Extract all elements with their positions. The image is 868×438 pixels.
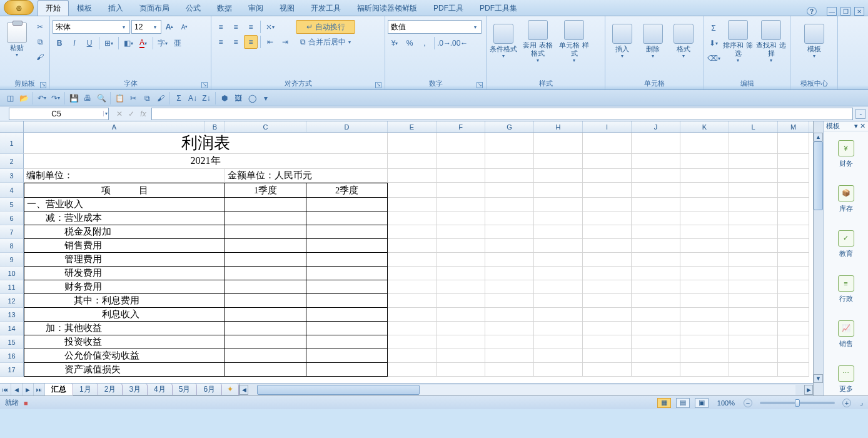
cell[interactable] xyxy=(485,154,534,169)
header-q1[interactable]: 1季度 xyxy=(225,183,306,198)
cell[interactable] xyxy=(729,225,778,239)
restore-button[interactable]: ❐ xyxy=(840,7,850,16)
accounting-format-button[interactable]: ¥▾ xyxy=(388,36,401,50)
cell[interactable] xyxy=(729,169,778,183)
sheet-tab-summary[interactable]: 汇总 xyxy=(45,384,73,395)
vscroll-up[interactable]: ▲ xyxy=(814,133,823,141)
qat-open[interactable]: 📂 xyxy=(18,92,30,104)
cell[interactable] xyxy=(534,198,583,211)
q1-cell[interactable] xyxy=(225,308,306,322)
template-category-education[interactable]: ✓教育 xyxy=(824,222,868,267)
cell[interactable] xyxy=(729,198,778,211)
row-header[interactable]: 12 xyxy=(0,294,24,308)
tab-foxit[interactable]: 福昕阅读器领鲜版 xyxy=(349,0,425,16)
row-header[interactable]: 13 xyxy=(0,308,24,322)
align-middle-button[interactable]: ≡ xyxy=(229,20,243,34)
item-cell[interactable]: 投资收益 xyxy=(24,335,225,349)
cell[interactable] xyxy=(388,294,437,308)
cell[interactable] xyxy=(729,211,778,225)
row-header[interactable]: 9 xyxy=(0,253,24,267)
cell[interactable] xyxy=(388,280,437,294)
increase-indent-button[interactable]: ⇥ xyxy=(278,35,292,49)
template-category-more[interactable]: ⋯更多 xyxy=(824,357,868,402)
q2-cell[interactable] xyxy=(306,308,388,322)
new-sheet-button[interactable]: ✦ xyxy=(222,384,239,395)
q1-cell[interactable] xyxy=(225,294,306,308)
cell[interactable] xyxy=(437,349,485,363)
cell[interactable] xyxy=(729,267,778,280)
asian-layout-button[interactable]: 亜 xyxy=(171,36,184,50)
qat-new[interactable]: ◫ xyxy=(4,92,16,104)
cell[interactable] xyxy=(729,335,778,349)
cell[interactable] xyxy=(534,363,583,377)
align-center-button[interactable]: ≡ xyxy=(229,35,243,49)
cell[interactable] xyxy=(680,133,729,154)
cell[interactable] xyxy=(485,211,534,225)
cell[interactable] xyxy=(534,335,583,349)
cell[interactable] xyxy=(388,322,437,335)
zoom-level[interactable]: 100% xyxy=(717,399,735,407)
cell[interactable] xyxy=(437,253,485,267)
phonetic-button[interactable]: 字▾ xyxy=(156,36,169,50)
delete-cells-button[interactable]: 删除▾ xyxy=(638,19,667,64)
cell[interactable] xyxy=(778,308,809,322)
cell[interactable] xyxy=(388,267,437,280)
cell[interactable] xyxy=(680,294,729,308)
qat-preview[interactable]: 🔍 xyxy=(95,92,108,104)
number-launcher[interactable]: ↘ xyxy=(477,82,483,88)
q2-cell[interactable] xyxy=(306,211,388,225)
tab-review[interactable]: 审阅 xyxy=(240,0,271,16)
item-cell[interactable]: 资产减值损失 xyxy=(24,363,225,377)
formula-input[interactable] xyxy=(151,108,853,120)
format-painter-button[interactable]: 🖌 xyxy=(33,50,47,64)
cell[interactable] xyxy=(437,335,485,349)
row-header[interactable]: 6 xyxy=(0,211,24,225)
cell[interactable] xyxy=(632,335,680,349)
namebox-dropdown[interactable]: ▾ xyxy=(103,111,108,116)
cell[interactable] xyxy=(534,183,583,198)
cell[interactable] xyxy=(778,294,809,308)
cell[interactable] xyxy=(534,225,583,239)
cancel-formula-icon[interactable]: ✕ xyxy=(114,108,125,120)
expand-formula-bar[interactable]: ⌄ xyxy=(855,109,865,119)
row-header[interactable]: 5 xyxy=(0,198,24,211)
sheet-nav-prev[interactable]: ◀ xyxy=(11,384,23,395)
template-category-finance[interactable]: ¥财务 xyxy=(824,131,868,176)
paste-button[interactable]: 粘贴 ▾ xyxy=(3,18,31,63)
item-cell[interactable]: 利息收入 xyxy=(24,308,225,322)
qat-cut[interactable]: ✂ xyxy=(127,92,139,104)
cell[interactable] xyxy=(534,133,583,154)
percent-format-button[interactable]: % xyxy=(403,36,416,50)
tab-data[interactable]: 数据 xyxy=(209,0,240,16)
row-header[interactable]: 11 xyxy=(0,280,24,294)
cell[interactable] xyxy=(632,225,680,239)
q1-cell[interactable] xyxy=(225,239,306,253)
row-header[interactable]: 4 xyxy=(0,183,24,198)
cell[interactable] xyxy=(583,225,632,239)
q1-cell[interactable] xyxy=(225,280,306,294)
cell[interactable] xyxy=(485,198,534,211)
view-pagebreak-button[interactable]: ▣ xyxy=(695,398,709,408)
cell[interactable] xyxy=(778,198,809,211)
cell[interactable] xyxy=(632,308,680,322)
q1-cell[interactable] xyxy=(225,267,306,280)
cell[interactable] xyxy=(680,349,729,363)
font-size-input[interactable] xyxy=(134,23,151,31)
col-header-H[interactable]: H xyxy=(534,121,583,132)
col-header-G[interactable]: G xyxy=(485,121,534,132)
q2-cell[interactable] xyxy=(306,322,388,335)
cell[interactable] xyxy=(680,225,729,239)
cell[interactable] xyxy=(485,253,534,267)
font-color-button[interactable]: A▾ xyxy=(136,36,150,50)
q1-cell[interactable] xyxy=(225,349,306,363)
borders-button[interactable]: ⊞▾ xyxy=(102,36,116,50)
cell[interactable] xyxy=(437,133,485,154)
cell[interactable] xyxy=(437,183,485,198)
enter-formula-icon[interactable]: ✓ xyxy=(126,108,137,120)
q1-cell[interactable] xyxy=(225,363,306,377)
qat-sort-desc[interactable]: Z↓ xyxy=(200,92,213,104)
cell[interactable] xyxy=(583,183,632,198)
year-cell[interactable]: 2021年 xyxy=(24,154,388,169)
cell[interactable] xyxy=(583,239,632,253)
cell[interactable] xyxy=(583,294,632,308)
